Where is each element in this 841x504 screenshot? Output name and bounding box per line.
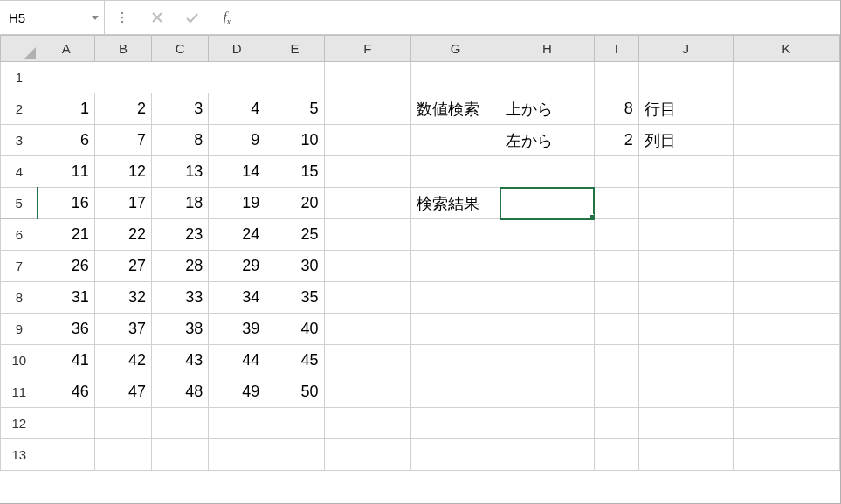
cell-G12[interactable]	[411, 408, 500, 439]
cell-J10[interactable]	[638, 345, 733, 376]
cell-F8[interactable]	[324, 282, 411, 314]
cell-F11[interactable]	[324, 376, 411, 408]
cell-I10[interactable]	[594, 345, 638, 376]
cell-G9[interactable]	[411, 314, 500, 345]
col-header-E[interactable]: E	[265, 36, 324, 62]
cell-H11[interactable]	[500, 376, 595, 408]
row-header-4[interactable]: 4	[1, 156, 38, 188]
merged-title-cell[interactable]: 数値	[38, 62, 324, 93]
cell-J9[interactable]	[638, 314, 733, 345]
cell-K5[interactable]	[733, 188, 839, 219]
cell-A7[interactable]: 26	[38, 251, 94, 282]
cell-J13[interactable]	[638, 439, 733, 471]
cell-I12[interactable]	[594, 408, 638, 439]
cell-F10[interactable]	[324, 345, 411, 376]
cell-A9[interactable]: 36	[38, 314, 94, 345]
cell-H5[interactable]	[500, 188, 595, 219]
cell-A11[interactable]: 46	[38, 376, 94, 408]
cell-F3[interactable]	[324, 125, 411, 156]
cell-A2[interactable]: 1	[38, 93, 94, 125]
cell-F6[interactable]	[324, 219, 411, 251]
cell-B3[interactable]: 7	[94, 125, 151, 156]
cell-A10[interactable]: 41	[38, 345, 94, 376]
cell-I8[interactable]	[594, 282, 638, 314]
cell-B9[interactable]: 37	[94, 314, 151, 345]
cell-G5[interactable]: 検索結果	[411, 188, 500, 219]
col-header-F[interactable]: F	[324, 36, 411, 62]
col-header-C[interactable]: C	[152, 36, 209, 62]
cell-I7[interactable]	[594, 251, 638, 282]
cell-I6[interactable]	[594, 219, 638, 251]
cell-C8[interactable]: 33	[152, 282, 209, 314]
cell-K8[interactable]	[733, 282, 839, 314]
cell-G4[interactable]	[411, 156, 500, 188]
cell-D6[interactable]: 24	[209, 219, 265, 251]
cell-B5[interactable]: 17	[94, 188, 151, 219]
cell-C3[interactable]: 8	[152, 125, 209, 156]
cell-C2[interactable]: 3	[152, 93, 209, 125]
cell-C12[interactable]	[152, 408, 209, 439]
name-box-dropdown-icon[interactable]	[92, 16, 99, 20]
cell-E12[interactable]	[265, 408, 324, 439]
cell-A5[interactable]: 16	[38, 188, 94, 219]
row-header-7[interactable]: 7	[1, 251, 38, 282]
cell-F13[interactable]	[324, 439, 411, 471]
cell-D3[interactable]: 9	[209, 125, 265, 156]
cell-B4[interactable]: 12	[94, 156, 151, 188]
cell-K7[interactable]	[733, 251, 839, 282]
cell-J7[interactable]	[638, 251, 733, 282]
cell-D5[interactable]: 19	[209, 188, 265, 219]
cell-C11[interactable]: 48	[152, 376, 209, 408]
col-header-A[interactable]: A	[38, 36, 94, 62]
cell-A6[interactable]: 21	[38, 219, 94, 251]
cell-I3[interactable]: 2	[594, 125, 638, 156]
cell-K6[interactable]	[733, 219, 839, 251]
cell-D7[interactable]: 29	[209, 251, 265, 282]
cell-G1[interactable]	[411, 62, 500, 93]
cell-B11[interactable]: 47	[94, 376, 151, 408]
cell-H7[interactable]	[500, 251, 595, 282]
cell-K13[interactable]	[733, 439, 839, 471]
cell-H1[interactable]	[500, 62, 595, 93]
cell-E8[interactable]: 35	[265, 282, 324, 314]
cell-H8[interactable]	[500, 282, 595, 314]
cell-H12[interactable]	[500, 408, 595, 439]
cell-K2[interactable]	[733, 93, 839, 125]
cell-E11[interactable]: 50	[265, 376, 324, 408]
row-header-12[interactable]: 12	[1, 408, 38, 439]
cell-F12[interactable]	[324, 408, 411, 439]
cell-J11[interactable]	[638, 376, 733, 408]
select-all-corner[interactable]	[1, 36, 38, 62]
row-header-6[interactable]: 6	[1, 219, 38, 251]
cell-B8[interactable]: 32	[94, 282, 151, 314]
cell-J1[interactable]	[638, 62, 733, 93]
cell-J6[interactable]	[638, 219, 733, 251]
cell-K11[interactable]	[733, 376, 839, 408]
cell-J3[interactable]: 列目	[638, 125, 733, 156]
row-header-2[interactable]: 2	[1, 93, 38, 125]
cell-J8[interactable]	[638, 282, 733, 314]
cell-B7[interactable]: 27	[94, 251, 151, 282]
fx-icon[interactable]: fx	[210, 10, 245, 26]
cell-K9[interactable]	[733, 314, 839, 345]
cell-D12[interactable]	[209, 408, 265, 439]
cell-F7[interactable]	[324, 251, 411, 282]
cell-H4[interactable]	[500, 156, 595, 188]
cell-I13[interactable]	[594, 439, 638, 471]
cell-F4[interactable]	[324, 156, 411, 188]
row-header-1[interactable]: 1	[1, 62, 38, 93]
row-header-11[interactable]: 11	[1, 376, 38, 408]
cell-E7[interactable]: 30	[265, 251, 324, 282]
cell-B6[interactable]: 22	[94, 219, 151, 251]
cell-C6[interactable]: 23	[152, 219, 209, 251]
cell-A3[interactable]: 6	[38, 125, 94, 156]
col-header-D[interactable]: D	[209, 36, 265, 62]
cell-G2[interactable]: 数値検索	[411, 93, 500, 125]
cell-F2[interactable]	[324, 93, 411, 125]
cell-F5[interactable]	[324, 188, 411, 219]
cell-F9[interactable]	[324, 314, 411, 345]
col-header-J[interactable]: J	[638, 36, 733, 62]
cell-G10[interactable]	[411, 345, 500, 376]
cell-A13[interactable]	[38, 439, 94, 471]
cell-D13[interactable]	[209, 439, 265, 471]
